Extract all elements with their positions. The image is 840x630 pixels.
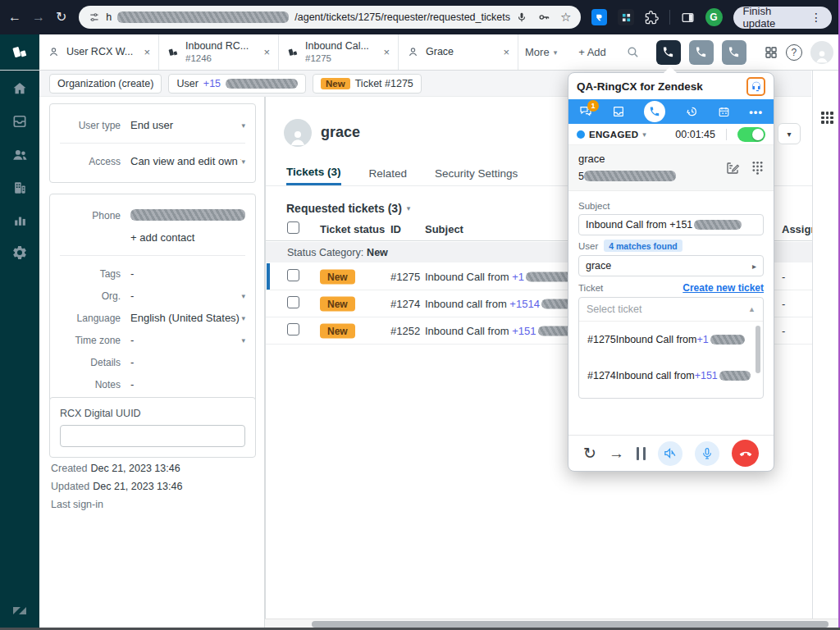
site-settings-icon[interactable]: [89, 11, 100, 23]
headset-icon[interactable]: [746, 77, 765, 96]
hangup-button[interactable]: [732, 440, 759, 467]
voice-search-icon[interactable]: [516, 11, 527, 23]
dialpad-icon[interactable]: [751, 161, 764, 175]
timezone-value[interactable]: -: [130, 334, 241, 346]
tab-ticket-1246[interactable]: Inbound RC...#1246 ×: [159, 34, 279, 70]
uuid-input[interactable]: [60, 425, 245, 447]
inbox-icon[interactable]: [612, 105, 625, 118]
address-bar[interactable]: h /agent/tickets/1275/requester/requeste…: [79, 6, 581, 29]
status-badge: New: [320, 324, 355, 339]
schedule-icon[interactable]: [718, 106, 730, 118]
org-value[interactable]: -: [130, 290, 241, 302]
row-checkbox[interactable]: [287, 269, 299, 284]
tab-security-settings[interactable]: Security Settings: [435, 161, 518, 185]
sidebar-item-customers[interactable]: [11, 146, 29, 163]
sidebar-item-reporting[interactable]: [12, 212, 28, 228]
chevron-down-icon[interactable]: ▾: [241, 314, 245, 322]
notes-value[interactable]: -: [130, 378, 245, 390]
browser-menu-kebab-icon[interactable]: ⋮: [810, 11, 822, 24]
sidebar-item-views[interactable]: [11, 113, 28, 130]
close-icon[interactable]: ×: [503, 46, 509, 58]
sidebar-item-home[interactable]: [11, 80, 28, 97]
chevron-down-icon[interactable]: ▾: [241, 121, 245, 130]
mic-button[interactable]: [695, 441, 719, 466]
apps-grid-icon[interactable]: [765, 46, 778, 59]
more-icon[interactable]: •••: [749, 106, 763, 118]
requested-tickets-header[interactable]: Requested tickets (3)▾: [286, 202, 410, 215]
close-icon[interactable]: ×: [263, 46, 270, 58]
phone-button-2[interactable]: [689, 40, 714, 65]
browser-forward-icon[interactable]: →: [32, 11, 45, 24]
chevron-down-icon[interactable]: ▾: [241, 336, 245, 345]
extensions-puzzle-icon[interactable]: [645, 11, 659, 25]
hold-call-icon[interactable]: [637, 447, 646, 460]
access-value: Can view and edit own tic...: [130, 155, 241, 167]
sidepanel-icon[interactable]: [681, 11, 695, 25]
tags-label: Tags: [60, 268, 121, 280]
widget-collapse-button[interactable]: ▾: [778, 123, 801, 144]
row-checkbox[interactable]: [287, 296, 299, 311]
ticket-id[interactable]: #1275: [390, 271, 420, 283]
close-icon[interactable]: ×: [144, 46, 150, 58]
chevron-down-icon[interactable]: ▾: [642, 130, 646, 139]
breadcrumb-ticket[interactable]: New Ticket #1275: [313, 74, 422, 94]
details-label: Details: [60, 357, 121, 368]
tab-ticket-1275[interactable]: Inbound Cal...#1275 ×: [279, 34, 399, 70]
phone-button-3[interactable]: [722, 40, 746, 65]
ticket-id[interactable]: #1252: [390, 325, 420, 337]
ticket-option[interactable]: #1274 Inbound call from +151: [579, 358, 763, 394]
breadcrumb-user[interactable]: User +15: [168, 74, 306, 94]
chrome-profile-avatar[interactable]: G: [705, 8, 723, 26]
ticket-select-header[interactable]: Select ticket ▲: [579, 298, 763, 321]
extension-ringcentral-icon[interactable]: [591, 9, 607, 25]
language-value[interactable]: English (United States): [130, 312, 241, 324]
tab-tickets[interactable]: Tickets (3): [286, 161, 341, 185]
chat-icon[interactable]: 1: [579, 105, 592, 118]
speaker-mute-button[interactable]: [658, 441, 682, 466]
chevron-down-icon[interactable]: ▾: [241, 158, 245, 166]
agent-status[interactable]: ENGAGED: [589, 130, 638, 139]
row-checkbox[interactable]: [287, 323, 299, 338]
tab-related[interactable]: Related: [369, 161, 408, 185]
list-scrollbar-thumb[interactable]: [756, 326, 760, 373]
ticket-id[interactable]: #1274: [390, 298, 420, 310]
breadcrumb-organization[interactable]: Organization (create): [49, 74, 162, 94]
extension-dark-icon[interactable]: [618, 9, 633, 25]
availability-toggle[interactable]: [737, 127, 765, 142]
apps-grid-icon[interactable]: [821, 112, 833, 124]
password-key-icon[interactable]: [537, 11, 550, 24]
notes-icon[interactable]: [725, 161, 740, 176]
ticket-option[interactable]: #1275 Inbound Call from +1: [579, 322, 763, 358]
bookmark-star-icon[interactable]: ☆: [560, 10, 571, 25]
add-contact-link[interactable]: + add contact: [130, 231, 245, 244]
scrollbar-thumb[interactable]: [312, 621, 829, 628]
user-select[interactable]: grace▸: [578, 255, 764, 276]
browser-reload-icon[interactable]: ↻: [56, 11, 66, 24]
finish-update-button[interactable]: Finish update ⋮: [733, 7, 832, 29]
tab-user-grace[interactable]: Grace ×: [399, 34, 518, 70]
created-label: Created: [51, 463, 87, 474]
ringcx-phone-button-active[interactable]: [656, 40, 681, 65]
zendesk-product-logo[interactable]: [0, 34, 39, 70]
details-value[interactable]: -: [130, 356, 245, 368]
help-icon[interactable]: ?: [786, 44, 802, 61]
search-icon[interactable]: [626, 45, 640, 59]
create-ticket-link[interactable]: Create new ticket: [682, 282, 764, 294]
agent-avatar[interactable]: [810, 41, 833, 64]
tab-user-rcx[interactable]: User RCX W... ×: [39, 34, 159, 70]
browser-back-icon[interactable]: ←: [8, 11, 21, 24]
chevron-down-icon[interactable]: ▾: [241, 292, 245, 300]
history-icon[interactable]: [685, 105, 698, 118]
select-all-checkbox[interactable]: [287, 221, 299, 236]
subject-input[interactable]: Inbound Call from +151: [578, 214, 764, 235]
phone-tab-active-icon[interactable]: [644, 101, 665, 122]
more-menu[interactable]: More▾: [525, 46, 557, 58]
transfer-call-icon[interactable]: →: [609, 445, 624, 461]
close-icon[interactable]: ×: [383, 46, 390, 58]
sidebar-item-admin[interactable]: [11, 244, 28, 261]
add-button[interactable]: + Add: [578, 46, 606, 58]
tags-value[interactable]: -: [130, 267, 245, 280]
refresh-call-icon[interactable]: ↻: [583, 445, 596, 461]
redacted-phone: [226, 79, 298, 89]
sidebar-item-organizations[interactable]: [11, 180, 28, 196]
